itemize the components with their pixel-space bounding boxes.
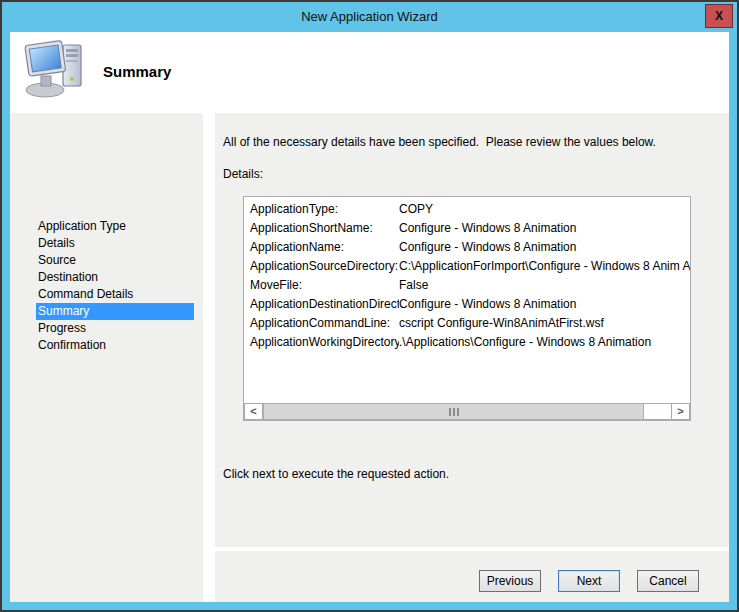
detail-row: ApplicationDestinationDirectory: Configu… xyxy=(244,295,690,314)
details-listbox[interactable]: ApplicationType: COPY ApplicationShortNa… xyxy=(243,196,691,421)
sidebar-item-command-details: Command Details xyxy=(36,286,194,303)
detail-key: ApplicationShortName: xyxy=(244,219,399,238)
sidebar-item-progress: Progress xyxy=(36,320,194,337)
detail-key: ApplicationType: xyxy=(244,200,399,219)
detail-key: ApplicationName: xyxy=(244,238,399,257)
intro-text: All of the necessary details have been s… xyxy=(223,135,656,149)
sidebar-item-summary: Summary xyxy=(36,303,194,320)
wizard-window: New Application Wizard X xyxy=(0,0,739,612)
close-button[interactable]: X xyxy=(705,4,733,28)
chevron-left-icon: < xyxy=(250,406,256,417)
sidebar-item-destination: Destination xyxy=(36,269,194,286)
sidebar-item-application-type: Application Type xyxy=(36,218,194,235)
scrollbar-thumb-grip xyxy=(449,408,451,416)
details-rows: ApplicationType: COPY ApplicationShortNa… xyxy=(244,200,690,352)
previous-button[interactable]: Previous xyxy=(479,570,541,592)
horizontal-scrollbar[interactable]: < > xyxy=(244,403,690,420)
next-instruction-text: Click next to execute the requested acti… xyxy=(223,467,449,481)
client-area: Summary Application Type Details Source … xyxy=(10,32,729,602)
detail-value: Configure - Windows 8 Animation xyxy=(399,295,690,314)
detail-value: Configure - Windows 8 Animation xyxy=(399,238,690,257)
chevron-right-icon: > xyxy=(677,406,683,417)
cancel-button[interactable]: Cancel xyxy=(637,570,699,592)
scrollbar-thumb-grip xyxy=(453,408,455,416)
detail-key: ApplicationDestinationDirectory: xyxy=(244,295,399,314)
scrollbar-track[interactable] xyxy=(644,403,671,420)
detail-row: ApplicationCommandLine: cscript Configur… xyxy=(244,314,690,333)
detail-value: C:\ApplicationForImport\Configure - Wind… xyxy=(399,257,690,276)
sidebar-item-details: Details xyxy=(36,235,194,252)
detail-value: cscript Configure-Win8AnimAtFirst.wsf xyxy=(399,314,690,333)
detail-row: ApplicationShortName: Configure - Window… xyxy=(244,219,690,238)
detail-row: MoveFile: False xyxy=(244,276,690,295)
detail-value: COPY xyxy=(399,200,690,219)
detail-row: ApplicationType: COPY xyxy=(244,200,690,219)
detail-value: Configure - Windows 8 Animation xyxy=(399,219,690,238)
detail-row: ApplicationWorkingDirectory: .\Applicati… xyxy=(244,333,690,352)
window-title: New Application Wizard xyxy=(2,2,737,32)
detail-value: False xyxy=(399,276,690,295)
wizard-header: Summary xyxy=(10,32,729,113)
next-button[interactable]: Next xyxy=(558,570,620,592)
detail-row: ApplicationSourceDirectory: C:\Applicati… xyxy=(244,257,690,276)
content-panel: All of the necessary details have been s… xyxy=(215,113,729,547)
page-title: Summary xyxy=(103,63,171,80)
scrollbar-thumb-grip xyxy=(457,408,459,416)
detail-row: ApplicationName: Configure - Windows 8 A… xyxy=(244,238,690,257)
detail-key: MoveFile: xyxy=(244,276,399,295)
sidebar-item-confirmation: Confirmation xyxy=(36,337,194,354)
detail-key: ApplicationWorkingDirectory: xyxy=(244,333,399,352)
computer-icon xyxy=(23,40,91,98)
scrollbar-thumb[interactable] xyxy=(263,403,644,420)
detail-value: .\Applications\Configure - Windows 8 Ani… xyxy=(399,333,690,352)
detail-key: ApplicationSourceDirectory: xyxy=(244,257,399,276)
sidebar-item-source: Source xyxy=(36,252,194,269)
close-icon: X xyxy=(715,10,723,22)
detail-key: ApplicationCommandLine: xyxy=(244,314,399,333)
wizard-step-list: Application Type Details Source Destinat… xyxy=(36,218,194,354)
wizard-steps-sidebar: Application Type Details Source Destinat… xyxy=(10,113,203,602)
scroll-left-button[interactable]: < xyxy=(244,403,263,420)
scroll-right-button[interactable]: > xyxy=(671,403,690,420)
button-bar: Previous Next Cancel xyxy=(215,551,729,602)
details-label: Details: xyxy=(223,167,263,181)
titlebar: New Application Wizard X xyxy=(2,2,737,32)
